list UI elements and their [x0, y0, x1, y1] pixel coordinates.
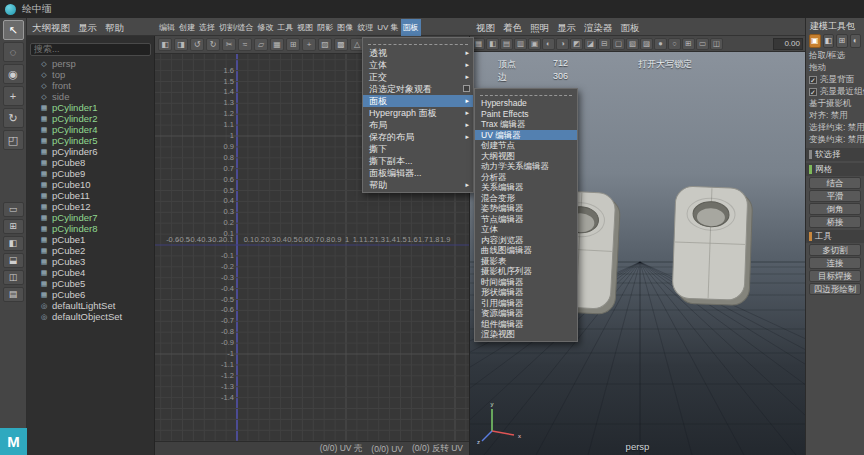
viewport-menu-1[interactable]: 着色 — [499, 19, 526, 36]
outliner-item-pCube4[interactable]: ▦pCube4 — [27, 267, 154, 278]
panel-submenu-item-22[interactable]: 渲染视图 — [475, 329, 577, 340]
checkbox[interactable]: ✓ — [809, 88, 817, 96]
outliner-item-pCylinder5[interactable]: ▦pCylinder5 — [27, 135, 154, 146]
paint-select-tool[interactable]: ◉ — [3, 64, 24, 84]
symmetry-toggle-icon[interactable]: ◧ — [823, 34, 835, 48]
flip-u-icon[interactable]: ◧ — [158, 38, 172, 51]
panel-submenu-item-5[interactable]: 大纲视图 — [475, 151, 577, 162]
checkbox[interactable]: ✓ — [809, 76, 817, 84]
uv-menu-11[interactable]: 面板 — [401, 19, 421, 36]
viewport-menu-5[interactable]: 面板 — [617, 19, 644, 36]
sew-uv-icon[interactable]: ≈ — [238, 38, 252, 51]
panels-menu-item-6[interactable]: 布局▸ — [363, 119, 473, 131]
outliner-item-pCube5[interactable]: ▦pCube5 — [27, 278, 154, 289]
outliner-menu-0[interactable]: 大纲视图 — [28, 19, 74, 36]
panel-submenu-tearoff-handle[interactable] — [480, 91, 572, 96]
outliner-menu-2[interactable]: 帮助 — [101, 19, 128, 36]
sidebar-row-5[interactable]: 对齐: 禁用 — [806, 110, 864, 122]
outliner-item-side[interactable]: ◇side — [27, 91, 154, 102]
sidebar-button-倒角[interactable]: 倒角 — [809, 203, 861, 215]
uv-menu-6[interactable]: 视图 — [295, 19, 315, 36]
gate-mask-icon[interactable]: ◫ — [710, 38, 723, 50]
outliner-item-pCube12[interactable]: ▦pCube12 — [27, 201, 154, 212]
outliner-item-pCube8[interactable]: ▦pCube8 — [27, 157, 154, 168]
layout-four-pane[interactable]: ⊞ — [3, 219, 24, 234]
uv-menu-9[interactable]: 纹理 — [355, 19, 375, 36]
panel-submenu-item-10[interactable]: 姿势编辑器 — [475, 203, 577, 214]
panels-menu-item-8[interactable]: 撕下 — [363, 143, 473, 155]
uv-menu-3[interactable]: 切割/缝合 — [217, 19, 255, 36]
outliner-item-pCylinder2[interactable]: ▦pCylinder2 — [27, 113, 154, 124]
unfold-icon[interactable]: ▱ — [254, 38, 268, 51]
panel-submenu-item-4[interactable]: 创建节点 — [475, 140, 577, 151]
image-plane-icon[interactable]: ▣ — [528, 38, 541, 50]
outliner-item-persp[interactable]: ◇persp — [27, 58, 154, 69]
outliner-item-pCylinder8[interactable]: ▦pCylinder8 — [27, 223, 154, 234]
screen-ao-icon[interactable]: ◩ — [570, 38, 583, 50]
panel-submenu-item-0[interactable]: Hypershade — [475, 98, 577, 109]
uv-menu-2[interactable]: 选择 — [197, 19, 217, 36]
panel-submenu-item-8[interactable]: 关系编辑器 — [475, 182, 577, 193]
panel-submenu-item-19[interactable]: 引用编辑器 — [475, 298, 577, 309]
rotate-ccw-icon[interactable]: ↺ — [190, 38, 204, 51]
cut-uv-icon[interactable]: ✂ — [222, 38, 236, 51]
sidebar-row-4[interactable]: 基于摄影机 — [806, 98, 864, 110]
two-sided-lighting-icon[interactable]: ◐ — [542, 38, 555, 50]
outliner-item-front[interactable]: ◇front — [27, 80, 154, 91]
outliner-item-pCube6[interactable]: ▦pCube6 — [27, 289, 154, 300]
outliner-item-defaultLightSet[interactable]: ◎defaultLightSet — [27, 300, 154, 311]
grid-snap-icon[interactable]: ⊞ — [286, 38, 300, 51]
panels-menu-item-3[interactable]: 沿选定对象观看▸ — [363, 83, 473, 95]
outliner-item-defaultObjectSet[interactable]: ◎defaultObjectSet — [27, 311, 154, 322]
panel-submenu-item-12[interactable]: 立体 — [475, 224, 577, 235]
camera-attributes-icon[interactable]: ▤ — [500, 38, 513, 50]
panel-submenu-item-9[interactable]: 混合变形 — [475, 193, 577, 204]
panel-submenu-item-7[interactable]: 分析器 — [475, 172, 577, 183]
outliner-menu-1[interactable]: 显示 — [74, 19, 101, 36]
sidebar-row-6[interactable]: 选择约束: 禁用 — [806, 122, 864, 134]
anti-aliasing-icon[interactable]: ⊟ — [598, 38, 611, 50]
viewport-menu-2[interactable]: 照明 — [526, 19, 553, 36]
modeling-toolkit-tab-icon[interactable]: ▣ — [809, 34, 821, 48]
layout-hypershade[interactable]: ◫ — [3, 270, 24, 285]
panels-menu-item-2[interactable]: 正交▸ — [363, 71, 473, 83]
viewport-menu-3[interactable]: 显示 — [553, 19, 580, 36]
panels-menu-item-11[interactable]: 帮助▸ — [363, 179, 473, 191]
outliner-item-pCube10[interactable]: ▦pCube10 — [27, 179, 154, 190]
rotate-tool[interactable]: ↻ — [3, 108, 24, 128]
panel-submenu-item-14[interactable]: 曲线图编辑器 — [475, 245, 577, 256]
outliner-item-pCube2[interactable]: ▦pCube2 — [27, 245, 154, 256]
field-chart-icon[interactable]: ⊞ — [682, 38, 695, 50]
panel-submenu-item-1[interactable]: Paint Effects — [475, 109, 577, 120]
move-tool[interactable]: + — [3, 86, 24, 106]
panel-submenu-item-6[interactable]: 动力学关系编辑器 — [475, 161, 577, 172]
panel-submenu-item-21[interactable]: 组件编辑器 — [475, 319, 577, 330]
panel-submenu-item-16[interactable]: 摄影机序列器 — [475, 266, 577, 277]
sidebar-button-连接[interactable]: 连接 — [809, 257, 861, 269]
scale-tool[interactable]: ◰ — [3, 130, 24, 150]
layout-uv-icon[interactable]: ▦ — [270, 38, 284, 51]
viewport-menu-4[interactable]: 渲染器 — [580, 19, 617, 36]
panel-submenu-item-15[interactable]: 摄影表 — [475, 256, 577, 267]
panel-submenu-item-17[interactable]: 时间编辑器 — [475, 277, 577, 288]
panels-menu-item-4[interactable]: 面板▸ — [363, 95, 473, 107]
uv-menu-1[interactable]: 创建 — [177, 19, 197, 36]
uv-menu-4[interactable]: 修改 — [255, 19, 275, 36]
flip-v-icon[interactable]: ◨ — [174, 38, 188, 51]
layout-uv-persp[interactable]: ▤ — [3, 287, 24, 302]
outliner-search-input[interactable] — [30, 43, 151, 56]
use-default-material-icon[interactable]: ● — [654, 38, 667, 50]
outliner-item-pCube3[interactable]: ▦pCube3 — [27, 256, 154, 267]
layout-persp-graph[interactable]: ⬓ — [3, 253, 24, 268]
panels-menu-item-10[interactable]: 面板编辑器... — [363, 167, 473, 179]
sidebar-section-网格[interactable]: 网格 — [806, 163, 864, 176]
transform-constraint-icon[interactable]: ⊞ — [836, 34, 848, 48]
sidebar-button-多切割[interactable]: 多切割 — [809, 244, 861, 256]
bookmarks-icon[interactable]: ▥ — [514, 38, 527, 50]
sidebar-button-平滑[interactable]: 平滑 — [809, 190, 861, 202]
outliner-item-pCylinder7[interactable]: ▦pCylinder7 — [27, 212, 154, 223]
panels-menu-item-0[interactable]: 透视▸ — [363, 47, 473, 59]
shadows-icon[interactable]: ◑ — [556, 38, 569, 50]
sidebar-row-0[interactable]: 拾取/框选 — [806, 50, 864, 62]
select-tool[interactable]: ↖ — [3, 20, 24, 40]
